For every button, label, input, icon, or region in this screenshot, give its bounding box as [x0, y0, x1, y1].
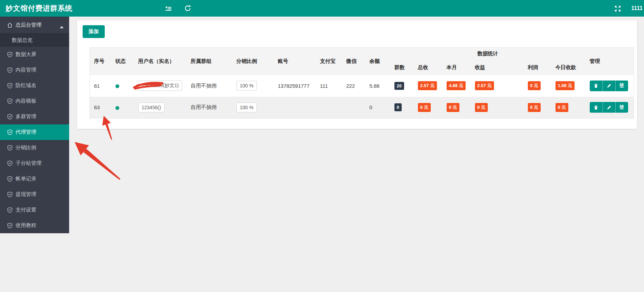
row-actions: 登 [590, 81, 628, 91]
cell-group: 自用不抽佣 [187, 75, 232, 97]
ratio-box[interactable]: 100 % [236, 81, 257, 91]
shield-check-icon [7, 83, 13, 88]
cell-account: 13782591777 [274, 75, 316, 97]
top-header: 妙文馆付费进群系统 1111 [0, 0, 644, 17]
table-row: 63 123456() 自用不抽佣 100 % 0 0 0 元 0 元 0 元 … [90, 97, 634, 119]
fullscreen-icon[interactable] [614, 5, 621, 12]
menu-fold-icon[interactable] [165, 4, 172, 12]
col-header-wechat: 微信 [342, 48, 365, 75]
status-dot [115, 106, 119, 110]
sidebar-item-usage-tutorial[interactable]: 使用教程 [0, 218, 69, 233]
sidebar-item-content-template[interactable]: 内容模板 [0, 93, 69, 109]
sidebar-item-label: 代理管理 [16, 129, 36, 135]
trash-icon [594, 84, 598, 88]
today-badge: 0 元 [556, 103, 569, 112]
shield-check-icon [7, 114, 13, 120]
table-row: 61 13035008(妙文1) 自用不抽佣 100 % 13782591777… [90, 75, 634, 97]
ratio-box[interactable]: 100 % [236, 103, 257, 112]
col-header-manage: 管理 [586, 48, 634, 75]
sidebar-item-antired-domain[interactable]: 防红域名 [0, 78, 69, 93]
month-badge: 4.88 元 [447, 81, 466, 90]
cell-id: 63 [90, 97, 111, 119]
sidebar-item-payment-settings[interactable]: 支付设置 [0, 202, 69, 218]
col-header-status: 状态 [111, 48, 134, 75]
sidebar-group-label: 总后台管理 [16, 22, 41, 28]
sidebar-item-agent-mgmt[interactable]: 代理管理 [0, 124, 69, 140]
cell-wechat: 222 [342, 75, 365, 97]
username-box[interactable]: 13035008(妙文1) [138, 81, 182, 91]
profit-badge: 0 元 [528, 81, 541, 90]
col-header-month: 本月 [442, 60, 471, 75]
edit-button[interactable] [603, 81, 615, 91]
status-dot [115, 84, 119, 88]
sidebar-item-billing-records[interactable]: 帐单记录 [0, 171, 69, 187]
sidebar-group-admin[interactable]: 总后台管理 [0, 17, 69, 33]
delete-button[interactable] [590, 102, 603, 113]
col-header-today: 今日收款 [551, 60, 586, 75]
pencil-icon [607, 106, 611, 110]
col-header-ratio: 分销比例 [232, 48, 274, 75]
refresh-icon[interactable] [184, 4, 192, 12]
add-button[interactable]: 添加 [83, 25, 105, 38]
sidebar-item-label: 帐单记录 [16, 176, 36, 182]
app-title: 妙文馆付费进群系统 [6, 0, 73, 17]
group-count-badge: 0 [394, 103, 402, 111]
shield-check-icon [7, 98, 13, 104]
login-button[interactable]: 登 [615, 102, 628, 113]
main-content: 添加 序号 状态 用户名（实名） 所属群组 分销比例 账号 支付宝 [69, 17, 644, 129]
col-header-income: 收益 [471, 60, 524, 75]
shield-check-icon [7, 129, 13, 135]
cell-alipay [316, 97, 342, 119]
col-header-profit: 利润 [524, 60, 551, 75]
col-header-account: 账号 [274, 48, 316, 75]
cell-alipay: 111 [316, 75, 342, 97]
sidebar-item-label: 支付设置 [16, 207, 36, 213]
sidebar-item-content-mgmt[interactable]: 内容管理 [0, 62, 69, 78]
sidebar-item-label: 使用教程 [16, 222, 36, 229]
cell-balance: 0 [365, 97, 390, 119]
shield-check-icon [7, 145, 13, 151]
sidebar-item-label: 内容模板 [16, 98, 36, 104]
red-arrow-annotation-large [75, 142, 120, 180]
table-header: 序号 状态 用户名（实名） 所属群组 分销比例 账号 支付宝 微信 余额 数据统… [90, 48, 634, 75]
col-header-total-income: 总收 [414, 60, 442, 75]
sidebar-item-label: 防红域名 [16, 82, 36, 89]
today-badge: 1.08 元 [556, 81, 575, 90]
cell-balance: 5.88 [365, 75, 390, 97]
shield-check-icon [7, 191, 13, 197]
pencil-icon [607, 84, 611, 88]
income-badge: 2.57 元 [475, 81, 494, 90]
sidebar-item-withdrawal-mgmt[interactable]: 提现管理 [0, 187, 69, 202]
header-username[interactable]: 1111 [631, 0, 643, 17]
edit-button[interactable] [603, 102, 615, 113]
sidebar-item-distribution-ratio[interactable]: 分销比例 [0, 140, 69, 156]
username-box[interactable]: 123456() [138, 103, 165, 112]
sidebar-item-substation-mgmt[interactable]: 子分站管理 [0, 156, 69, 171]
home-icon [7, 22, 13, 28]
col-header-group: 所属群组 [187, 48, 232, 75]
col-header-alipay: 支付宝 [316, 48, 342, 75]
col-header-group-count: 群数 [390, 60, 414, 75]
sidebar-item-data-overview[interactable]: 数据总览 [0, 33, 69, 47]
sidebar-item-label: 数据大屏 [16, 51, 36, 58]
cell-group: 自用不抽佣 [187, 97, 232, 119]
total-income-badge: 2.57 元 [418, 81, 437, 90]
sidebar-item-data-screen[interactable]: 数据大屏 [0, 47, 69, 62]
month-badge: 0 元 [447, 103, 460, 112]
shield-check-icon [7, 223, 13, 228]
sidebar-item-multi-group[interactable]: 多群管理 [0, 109, 69, 124]
shield-check-icon [7, 160, 13, 166]
shield-check-icon [7, 176, 13, 182]
total-income-badge: 0 元 [418, 103, 431, 112]
sidebar-item-label: 多群管理 [16, 113, 36, 120]
cell-id: 61 [90, 75, 111, 97]
caret-up-icon [60, 23, 64, 29]
shield-check-icon [7, 51, 13, 57]
col-header-balance: 余额 [365, 48, 390, 75]
row-actions: 登 [590, 102, 628, 113]
shield-check-icon [7, 207, 13, 213]
sidebar-item-label: 数据总览 [12, 37, 32, 43]
delete-button[interactable] [590, 81, 603, 91]
cell-account [274, 97, 316, 119]
login-button[interactable]: 登 [615, 81, 628, 91]
